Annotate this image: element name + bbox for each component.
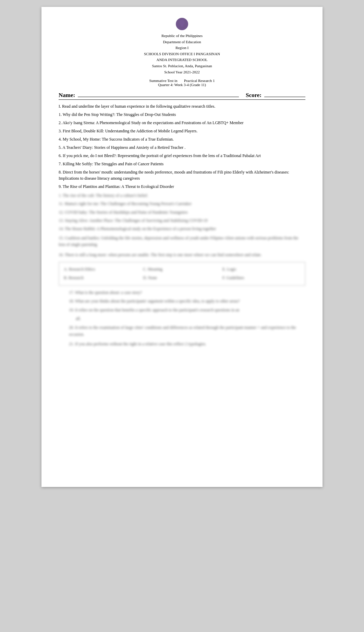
blurred-sub-17: 17. What is the question about: a case s… (69, 289, 305, 296)
name-score-row: Name: Score: (59, 92, 305, 100)
division-line: SCHOOLS DIVISION OFFICE I PANGASINAN (59, 51, 305, 57)
svg-point-1 (179, 20, 185, 25)
blurred-item-10: 1. The rise of the cult: The history of … (59, 192, 305, 199)
school-name-line: ANDA INTEGRATED SCHOOL (59, 57, 305, 63)
choice-c: C. Meaning (143, 266, 221, 273)
item-4: 4. My School, My Home: The Success Indic… (59, 136, 305, 142)
choice-b: B. Research (64, 274, 142, 282)
choice-d: D. None (143, 274, 221, 282)
blurred-sub-21: 21. If you also performs without the rig… (69, 341, 305, 347)
name-input-line (78, 92, 239, 97)
item-7: 7. Killing Me Softly: The Struggles and … (59, 161, 305, 167)
svg-rect-2 (181, 25, 183, 27)
summative-quarter: Quarter 4: Week 3-4 (Grade 11) (149, 83, 215, 87)
blurred-item-14: 14. The House Rabbit: A Phenomenological… (59, 226, 305, 232)
summative-info: Summative Test in Practical Research 1 Q… (59, 79, 305, 87)
blurred-item-12: 12. COVID baby: The Stories of Hardships… (59, 209, 305, 216)
item-1: 1. Why did the Pen Stop Writing?: The St… (59, 111, 305, 118)
summative-label: Summative Test in Practical Research 1 (149, 79, 215, 83)
blurred-para-20: 20. It refers to the examination of larg… (69, 324, 305, 338)
item-2: 2. Ako'y Isang Sirena: A Phenomenologica… (59, 120, 305, 126)
header-text: Republic of the Philippines Department o… (59, 33, 305, 75)
item-6: 6. If you prick me, do I not Bleed?: Rep… (59, 153, 305, 159)
choice-a: A. Research Ethics (64, 266, 142, 273)
item-3: 3. First Blood, Double Kill: Understandi… (59, 128, 305, 134)
choice-e: E. Logic (222, 266, 300, 273)
school-logo (175, 17, 189, 31)
name-label: Name: (59, 92, 75, 99)
choice-f: F. Guidelines (222, 274, 300, 282)
summative-label-col: Summative Test in Practical Research 1 Q… (149, 79, 215, 87)
blurred-sub-19: 19. It relies on the question that benef… (69, 307, 305, 313)
school-year-line: School Year 2021-2022 (59, 69, 305, 75)
section1-instruction: I. Read and underline the layer of human… (59, 103, 305, 109)
blurred-item-15: 15. Coalition and battles: Unfolding the… (59, 235, 305, 248)
blurred-choices-grid: A. Research Ethics C. Meaning E. Logic B… (64, 266, 300, 282)
score-input-line (264, 92, 305, 97)
item-8: 8. Direct from the horses' mouth: unders… (59, 169, 305, 181)
header: Republic of the Philippines Department o… (59, 17, 305, 87)
blurred-section-2: 15. Coalition and battles: Unfolding the… (59, 235, 305, 248)
blurred-item-11: 11. Mama's right for me: The Challenges … (59, 201, 305, 207)
blurred-choices-box: A. Research Ethics C. Meaning E. Logic B… (59, 262, 305, 286)
blurred-question-16: 16. There is still a long more: when per… (59, 251, 305, 258)
blurred-section-1: 1. The rise of the cult: The history of … (59, 192, 305, 232)
deped-line: Department of Education (59, 39, 305, 45)
republic-line: Republic of the Philippines (59, 33, 305, 39)
blurred-sub-18: 18. What are your thinks about the parti… (69, 298, 305, 305)
region-line: Region I (59, 45, 305, 51)
address-line: Santos St. Poblacion, Anda, Pangasinan (59, 63, 305, 69)
score-label: Score: (246, 92, 262, 99)
item-9: 9. The Rise of Plantitos and Plantitas: … (59, 183, 305, 190)
item-5: 5. A Teachers' Diary: Stories of Happine… (59, 144, 305, 151)
blurred-sub-19b: all. (76, 315, 305, 322)
page: Republic of the Philippines Department o… (41, 7, 323, 487)
blurred-item-13: 13. Staying Alive: Another Place: The Ch… (59, 217, 305, 224)
